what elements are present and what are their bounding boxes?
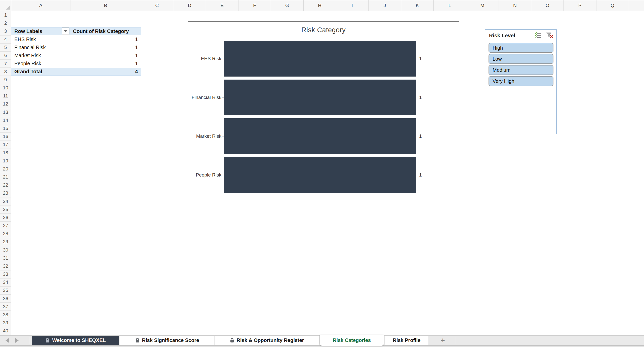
row-header[interactable]: 28 xyxy=(0,230,11,238)
pivot-data-row[interactable]: Financial Risk 1 xyxy=(11,43,141,51)
chart-bar[interactable] xyxy=(224,157,416,193)
column-header[interactable]: I xyxy=(336,0,369,11)
pivot-row-label: Financial Risk xyxy=(11,43,70,51)
row-header[interactable]: 29 xyxy=(0,238,11,246)
pivot-grand-total-row[interactable]: Grand Total 4 xyxy=(11,68,141,76)
row-header[interactable]: 15 xyxy=(0,124,11,132)
row-header[interactable]: 5 xyxy=(0,44,11,52)
column-header[interactable]: O xyxy=(531,0,564,11)
column-header[interactable]: D xyxy=(173,0,206,11)
pivot-data-row[interactable]: People Risk 1 xyxy=(11,60,141,68)
row-header[interactable]: 32 xyxy=(0,262,11,270)
chart-bar[interactable] xyxy=(224,118,416,154)
slicer-item[interactable]: High xyxy=(489,43,553,53)
row-header[interactable]: 24 xyxy=(0,197,11,205)
column-header[interactable]: C xyxy=(141,0,173,11)
column-header[interactable]: K xyxy=(401,0,434,11)
pivot-row-value: 1 xyxy=(70,43,141,51)
row-header[interactable]: 34 xyxy=(0,279,11,287)
slicer-item[interactable]: Very High xyxy=(489,76,553,86)
sheet-tab[interactable]: Risk Significance Score xyxy=(120,336,214,345)
row-header[interactable]: 13 xyxy=(0,108,11,116)
column-header[interactable]: J xyxy=(369,0,401,11)
row-header[interactable]: 27 xyxy=(0,222,11,230)
row-header[interactable]: 33 xyxy=(0,270,11,279)
column-header[interactable]: Q xyxy=(596,0,629,11)
row-header[interactable]: 25 xyxy=(0,205,11,214)
slicer-item[interactable]: Low xyxy=(489,54,553,64)
column-headers: ABCDEFGHIJKLMNOPQ xyxy=(11,0,644,11)
column-header[interactable]: H xyxy=(304,0,336,11)
row-header[interactable]: 9 xyxy=(0,76,11,84)
risk-category-chart[interactable]: Risk Category EHS RiskFinancial RiskMark… xyxy=(188,21,459,199)
sheet-tab[interactable]: Welcome to SHEQXEL xyxy=(32,336,119,345)
row-header[interactable]: 17 xyxy=(0,141,11,149)
pivot-data-row[interactable]: Market Risk 1 xyxy=(11,52,141,60)
row-header[interactable]: 37 xyxy=(0,303,11,311)
row-header[interactable]: 39 xyxy=(0,319,11,327)
sheet-tab[interactable]: Risk Categories xyxy=(320,335,384,346)
row-header[interactable]: 3 xyxy=(0,27,11,35)
filter-dropdown-button[interactable] xyxy=(62,28,69,35)
column-header-strip: ABCDEFGHIJKLMNOPQ xyxy=(0,0,644,11)
lock-icon xyxy=(45,338,50,343)
sheet-tab-label: Risk Categories xyxy=(333,337,371,343)
row-header[interactable]: 6 xyxy=(0,52,11,60)
row-header[interactable]: 1 xyxy=(0,11,11,19)
chart-bar[interactable] xyxy=(224,80,416,115)
add-sheet-icon[interactable]: + xyxy=(437,336,448,345)
sheet-tab[interactable]: Risk Profile xyxy=(385,336,428,345)
row-header[interactable]: 22 xyxy=(0,181,11,189)
column-header[interactable]: M xyxy=(466,0,499,11)
pivot-row-value: 1 xyxy=(70,60,141,68)
pivot-data-row[interactable]: EHS Risk 1 xyxy=(11,35,141,43)
pivot-values-header-cell[interactable]: Count of Risk Category xyxy=(70,27,141,35)
row-header[interactable]: 23 xyxy=(0,189,11,197)
pivot-data-rows: EHS Risk 1 Financial Risk 1 Market Risk … xyxy=(11,35,141,68)
pivot-row-labels-cell[interactable]: Row Labels xyxy=(11,27,70,35)
slicer-item[interactable]: Medium xyxy=(489,65,553,75)
column-header[interactable]: F xyxy=(238,0,271,11)
column-header[interactable]: N xyxy=(499,0,531,11)
column-header[interactable]: L xyxy=(434,0,466,11)
row-header[interactable]: 10 xyxy=(0,84,11,92)
sheet-tab[interactable]: Risk & Opportunity Register xyxy=(215,336,319,345)
next-sheet-icon[interactable] xyxy=(15,338,19,343)
row-header[interactable]: 14 xyxy=(0,116,11,124)
row-header[interactable]: 11 xyxy=(0,92,11,100)
chart-bar[interactable] xyxy=(224,41,416,77)
row-header[interactable]: 7 xyxy=(0,60,11,68)
row-header[interactable]: 2 xyxy=(0,19,11,27)
row-header[interactable]: 4 xyxy=(0,36,11,44)
chart-data-label: 1 xyxy=(419,80,434,115)
row-header[interactable]: 36 xyxy=(0,295,11,303)
clear-filter-icon[interactable] xyxy=(546,32,553,39)
column-header[interactable]: G xyxy=(271,0,303,11)
row-header[interactable]: 19 xyxy=(0,157,11,165)
risk-level-slicer[interactable]: Risk Level xyxy=(485,29,557,134)
row-header[interactable]: 21 xyxy=(0,173,11,181)
row-header[interactable]: 12 xyxy=(0,100,11,108)
select-all-corner[interactable] xyxy=(0,0,11,11)
row-header[interactable]: 26 xyxy=(0,214,11,222)
chart-data-label: 1 xyxy=(419,118,434,154)
pivot-table: Row Labels Count of Risk Category EHS Ri… xyxy=(11,27,141,76)
row-header[interactable]: 20 xyxy=(0,165,11,173)
slicer-header-divider xyxy=(487,41,555,41)
column-header[interactable]: B xyxy=(70,0,141,11)
sheet-tab-label: Welcome to SHEQXEL xyxy=(52,337,106,343)
row-header[interactable]: 35 xyxy=(0,287,11,295)
row-header[interactable]: 30 xyxy=(0,246,11,254)
prev-sheet-icon[interactable] xyxy=(6,338,9,343)
row-header[interactable]: 38 xyxy=(0,311,11,319)
column-header[interactable]: P xyxy=(564,0,596,11)
multi-select-icon[interactable] xyxy=(534,32,542,39)
row-header[interactable]: 16 xyxy=(0,133,11,141)
column-header[interactable]: A xyxy=(11,0,70,11)
column-header[interactable]: E xyxy=(206,0,238,11)
row-header[interactable]: 18 xyxy=(0,149,11,157)
row-header[interactable]: 8 xyxy=(0,68,11,76)
row-header[interactable]: 31 xyxy=(0,254,11,262)
row-header[interactable]: 40 xyxy=(0,327,11,335)
pivot-row-value: 1 xyxy=(70,35,141,43)
